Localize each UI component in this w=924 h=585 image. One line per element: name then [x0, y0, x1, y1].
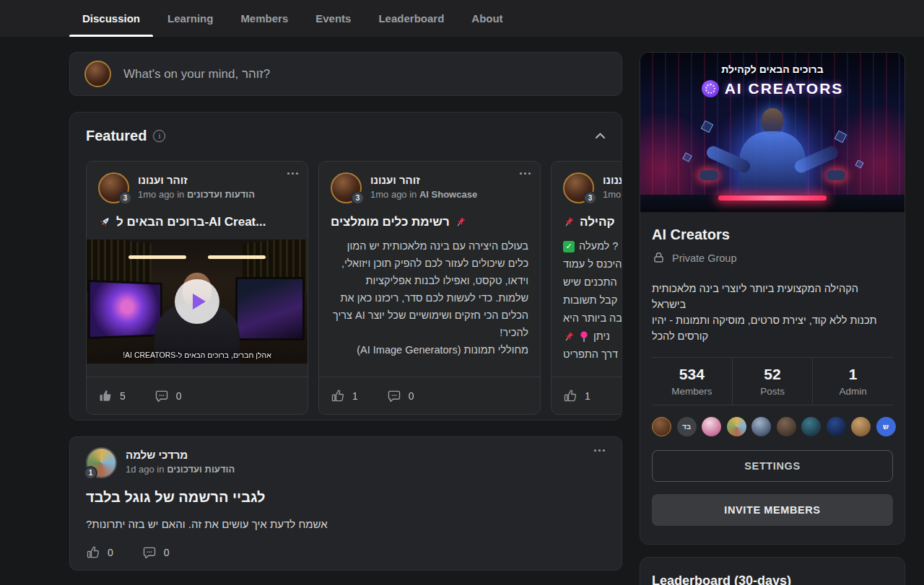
- comment-count: 0: [164, 547, 170, 558]
- post-body-line: היכנס ל עמוד: [552, 255, 622, 273]
- info-icon[interactable]: i: [153, 130, 165, 142]
- member-avatar[interactable]: [777, 417, 796, 436]
- ellipsis-icon: [593, 449, 606, 452]
- current-user-avatar[interactable]: [84, 61, 111, 87]
- monitor-left: [88, 280, 162, 340]
- group-description: הקהילה המקצועית ביותר ליוצרי בינה מלאכות…: [652, 281, 893, 344]
- post-menu-button[interactable]: [287, 172, 299, 175]
- studio-light: [208, 255, 266, 259]
- level-badge: 3: [118, 191, 132, 205]
- post-meta: 1mo: [603, 189, 622, 200]
- stat-admins[interactable]: 1 Admin: [812, 358, 893, 405]
- stat-posts[interactable]: 52 Posts: [732, 358, 813, 405]
- post-title[interactable]: לגביי הרשמה של גוגל בלבד: [86, 489, 606, 506]
- tab-about[interactable]: About: [458, 0, 515, 37]
- top-navbar: Discussion Learning Members Events Leade…: [0, 0, 924, 37]
- tab-events[interactable]: Events: [302, 0, 364, 37]
- post-body-line: ניתן: [552, 327, 622, 346]
- post-title[interactable]: ברוכים הבאים ל-AI Creat...: [87, 215, 308, 229]
- post-meta: 1mo ago in AI Showcase: [370, 189, 477, 200]
- like-button[interactable]: [563, 389, 578, 403]
- tab-members[interactable]: Members: [227, 0, 301, 37]
- post-title[interactable]: רשימת כלים מומלצים: [319, 215, 540, 229]
- collapse-featured-button[interactable]: [595, 132, 606, 139]
- tab-leaderboard[interactable]: Leaderboard: [365, 0, 457, 37]
- like-button[interactable]: [98, 389, 113, 403]
- post-composer[interactable]: What's on your mind, זוהר?: [69, 52, 622, 96]
- featured-post-card[interactable]: 3 זוהר וענונו 1mo ago in AI Showcase רשי…: [318, 161, 541, 415]
- member-avatars-row: בד ש: [652, 417, 893, 436]
- featured-post-card[interactable]: 3 זוהר וענונו 1mo ago in הודעות ועדכונים…: [86, 161, 308, 415]
- author-avatar[interactable]: 3: [98, 172, 129, 203]
- studio-light: [128, 255, 186, 259]
- author-avatar[interactable]: 3: [563, 172, 594, 203]
- brain-logo-icon: [702, 80, 719, 97]
- comment-button[interactable]: [154, 389, 169, 403]
- member-avatar[interactable]: [652, 417, 671, 436]
- author-avatar[interactable]: 1: [86, 447, 117, 478]
- featured-cards-row: 3 זוהר וענונו 1mo ago in הודעות ועדכונים…: [86, 161, 622, 415]
- tab-learning[interactable]: Learning: [154, 0, 226, 37]
- level-badge: 3: [583, 191, 597, 205]
- comment-button[interactable]: [387, 389, 401, 403]
- comment-button[interactable]: [142, 545, 157, 560]
- ellipsis-icon: [287, 172, 299, 175]
- like-button[interactable]: [86, 545, 100, 560]
- group-info-card: ברוכים הבאים לקהילת AI CREATORS AI Creat…: [640, 52, 905, 545]
- channel-name: הודעות ועדכונים: [167, 464, 235, 475]
- invite-members-button[interactable]: INVITE MEMBERS: [652, 494, 893, 526]
- author-avatar[interactable]: 3: [331, 172, 362, 203]
- post-body-line: קבל תשובות: [552, 291, 622, 309]
- video-thumbnail[interactable]: אהלן חברים, ברוכים הבאים ל-AI CREATORS!: [87, 239, 308, 364]
- banner-brand-text: AI CREATORS: [725, 80, 844, 97]
- like-count: 0: [108, 547, 113, 558]
- group-name: AI Creators: [652, 226, 893, 243]
- post-body-line: ✓ למעלה ?: [552, 237, 622, 255]
- play-button[interactable]: [175, 279, 219, 324]
- author-name[interactable]: מרדכי שלמה: [126, 449, 235, 461]
- group-banner[interactable]: ברוכים הבאים לקהילת AI CREATORS: [640, 53, 905, 212]
- member-avatar[interactable]: [702, 417, 721, 436]
- member-avatar[interactable]: ש: [876, 417, 896, 436]
- author-name[interactable]: זוהר וענונו: [370, 174, 477, 186]
- featured-title: Featured: [86, 128, 147, 144]
- thumbs-up-icon: [98, 389, 113, 403]
- ellipsis-icon: [519, 172, 531, 175]
- featured-section: Featured i 3 זוהר וענונו 1mo ago in הודע…: [69, 112, 622, 421]
- tab-discussion[interactable]: Discussion: [69, 0, 153, 37]
- post-body: בעולם היצירה עם בינה מלאכותית יש המון כל…: [319, 237, 540, 341]
- glowing-keyboard: [718, 195, 827, 201]
- pushpin-icon: [563, 331, 575, 343]
- comment-count: 0: [176, 390, 182, 402]
- post-meta: 1mo ago in הודעות ועדכונים: [138, 189, 255, 200]
- author-name[interactable]: זוהר וענונו: [603, 174, 622, 186]
- member-avatar[interactable]: [751, 417, 771, 436]
- stat-members[interactable]: 534 Members: [652, 358, 732, 405]
- like-button[interactable]: [331, 389, 345, 403]
- check-icon: ✓: [563, 241, 575, 252]
- member-avatar[interactable]: [851, 417, 871, 436]
- feed-post-card[interactable]: 1 מרדכי שלמה 1d ago in הודעות ועדכונים ל…: [69, 436, 622, 571]
- pushpin-icon: [563, 216, 575, 228]
- comment-icon: [387, 389, 401, 403]
- comment-icon: [142, 545, 157, 560]
- member-avatar[interactable]: [827, 417, 846, 436]
- thumbs-up-icon: [86, 545, 100, 560]
- thumbs-up-icon: [331, 389, 345, 403]
- post-menu-button[interactable]: [593, 449, 606, 452]
- post-menu-button[interactable]: [519, 172, 531, 175]
- member-avatar[interactable]: [801, 417, 821, 436]
- post-title[interactable]: קהילה: [552, 215, 622, 229]
- member-avatar[interactable]: [727, 417, 746, 436]
- group-stats: 534 Members 52 Posts 1 Admin: [652, 357, 893, 405]
- featured-post-card[interactable]: 3 זוהר וענונו 1mo קהילה ✓ למעלה ? היכנס …: [551, 161, 622, 415]
- lock-icon: [652, 251, 666, 265]
- settings-button[interactable]: SETTINGS: [652, 450, 893, 482]
- channel-name: הודעות ועדכונים: [187, 189, 255, 200]
- like-count: 1: [352, 390, 358, 402]
- author-name[interactable]: זוהר וענונו: [138, 174, 255, 186]
- member-avatar[interactable]: בד: [677, 417, 697, 436]
- channel-name: AI Showcase: [419, 189, 477, 200]
- play-icon: [193, 294, 206, 309]
- post-meta: 1d ago in הודעות ועדכונים: [126, 464, 235, 475]
